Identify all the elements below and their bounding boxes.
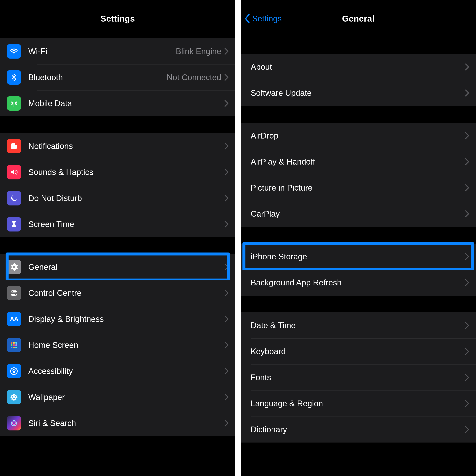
gear-icon bbox=[7, 260, 21, 274]
wifi-icon bbox=[7, 44, 21, 59]
row-carplay[interactable]: CarPlay bbox=[241, 201, 476, 227]
chevron-right-icon bbox=[224, 100, 229, 107]
chevron-right-icon bbox=[224, 221, 229, 228]
row-label: Wi-Fi bbox=[28, 47, 176, 56]
row-label: Dictionary bbox=[251, 425, 465, 434]
hourglass-icon bbox=[7, 217, 21, 232]
row-label: AirDrop bbox=[251, 131, 465, 140]
chevron-right-icon bbox=[465, 322, 469, 329]
row-label: Language & Region bbox=[251, 399, 465, 408]
moon-icon bbox=[7, 191, 21, 205]
svg-point-2 bbox=[14, 102, 15, 103]
row-dictionary[interactable]: Dictionary bbox=[241, 416, 476, 442]
svg-point-9 bbox=[15, 294, 16, 295]
svg-rect-14 bbox=[13, 344, 15, 346]
chevron-right-icon bbox=[224, 315, 229, 323]
row-label: General bbox=[28, 262, 224, 272]
row-wallpaper[interactable]: Wallpaper bbox=[0, 384, 235, 410]
row-label: About bbox=[251, 62, 465, 72]
bell-square-icon bbox=[7, 139, 21, 153]
chevron-right-icon bbox=[224, 393, 229, 401]
row-notifications[interactable]: Notifications bbox=[0, 133, 235, 159]
nav-bar-general: Settings General bbox=[241, 0, 476, 37]
row-label: Picture in Picture bbox=[251, 183, 465, 192]
row-fonts[interactable]: Fonts bbox=[241, 364, 476, 391]
svg-point-21 bbox=[13, 396, 15, 398]
svg-point-22 bbox=[13, 394, 15, 396]
chevron-right-icon bbox=[465, 158, 469, 166]
group-connectivity: Wi-Fi Blink Engine Bluetooth Not Connect… bbox=[0, 38, 235, 116]
row-label: Keyboard bbox=[251, 347, 465, 356]
grid-icon bbox=[7, 338, 21, 352]
chevron-right-icon bbox=[465, 89, 469, 97]
row-display-brightness[interactable]: AA Display & Brightness bbox=[0, 306, 235, 332]
svg-rect-17 bbox=[13, 347, 15, 348]
chevron-right-icon bbox=[465, 210, 469, 218]
row-sounds-haptics[interactable]: Sounds & Haptics bbox=[0, 159, 235, 185]
row-mobile-data[interactable]: Mobile Data bbox=[0, 90, 235, 116]
chevron-right-icon bbox=[224, 74, 229, 81]
row-label: Software Update bbox=[251, 88, 465, 98]
settings-scroll[interactable]: Wi-Fi Blink Engine Bluetooth Not Connect… bbox=[0, 37, 235, 476]
row-picture-in-picture[interactable]: Picture in Picture bbox=[241, 175, 476, 201]
row-bluetooth[interactable]: Bluetooth Not Connected bbox=[0, 64, 235, 90]
row-label: Home Screen bbox=[28, 340, 224, 350]
row-label: Control Centre bbox=[28, 289, 224, 298]
row-siri-search[interactable]: Siri & Search bbox=[0, 410, 235, 436]
chevron-right-icon bbox=[224, 420, 229, 427]
row-general[interactable]: General bbox=[0, 254, 235, 280]
svg-point-31 bbox=[13, 422, 16, 425]
row-background-app-refresh[interactable]: Background App Refresh bbox=[241, 270, 476, 296]
row-keyboard[interactable]: Keyboard bbox=[241, 339, 476, 364]
svg-point-29 bbox=[15, 398, 17, 400]
chevron-right-icon bbox=[465, 348, 469, 355]
row-label: Background App Refresh bbox=[251, 278, 465, 287]
chevron-right-icon bbox=[224, 194, 229, 202]
page-title: Settings bbox=[101, 14, 135, 24]
back-button[interactable]: Settings bbox=[244, 14, 282, 24]
row-accessibility[interactable]: Accessibility bbox=[0, 358, 235, 384]
row-wifi[interactable]: Wi-Fi Blink Engine bbox=[0, 38, 235, 64]
row-screen-time[interactable]: Screen Time bbox=[0, 211, 235, 237]
row-airdrop[interactable]: AirDrop bbox=[241, 123, 476, 149]
row-label: Mobile Data bbox=[28, 99, 224, 108]
row-do-not-disturb[interactable]: Do Not Disturb bbox=[0, 185, 235, 211]
row-about[interactable]: About bbox=[241, 54, 476, 80]
group-airdrop: AirDrop AirPlay & Handoff Picture in Pic… bbox=[241, 123, 476, 227]
flower-icon bbox=[7, 390, 21, 404]
chevron-right-icon bbox=[465, 63, 469, 71]
row-software-update[interactable]: Software Update bbox=[241, 80, 476, 106]
row-home-screen[interactable]: Home Screen bbox=[0, 332, 235, 358]
svg-point-7 bbox=[12, 291, 13, 292]
row-label: Sounds & Haptics bbox=[28, 168, 224, 177]
chevron-right-icon bbox=[465, 400, 469, 407]
chevron-right-icon bbox=[224, 48, 229, 55]
group-about: About Software Update bbox=[241, 54, 476, 106]
svg-point-24 bbox=[10, 396, 13, 398]
svg-rect-11 bbox=[13, 342, 15, 344]
svg-rect-13 bbox=[11, 344, 13, 346]
row-control-centre[interactable]: Control Centre bbox=[0, 280, 235, 306]
aa-icon: AA bbox=[7, 312, 21, 326]
chevron-right-icon bbox=[465, 184, 469, 191]
svg-point-5 bbox=[13, 266, 15, 268]
chevron-right-icon bbox=[224, 263, 229, 271]
svg-rect-12 bbox=[16, 342, 17, 344]
row-iphone-storage[interactable]: iPhone Storage bbox=[241, 244, 476, 270]
row-airplay-handoff[interactable]: AirPlay & Handoff bbox=[241, 149, 476, 175]
chevron-right-icon bbox=[465, 374, 469, 381]
row-label: Accessibility bbox=[28, 366, 224, 376]
row-value: Not Connected bbox=[167, 73, 221, 82]
speaker-icon bbox=[7, 165, 21, 179]
row-language-region[interactable]: Language & Region bbox=[241, 391, 476, 416]
chevron-right-icon bbox=[224, 169, 229, 176]
row-label: Do Not Disturb bbox=[28, 194, 224, 203]
siri-icon bbox=[7, 416, 21, 430]
svg-point-28 bbox=[11, 398, 13, 400]
row-label: Siri & Search bbox=[28, 419, 224, 428]
general-scroll[interactable]: About Software Update AirDrop AirPlay & bbox=[241, 37, 476, 476]
canvas: Settings Wi-Fi Blink Engine bbox=[0, 0, 476, 476]
chevron-right-icon bbox=[224, 289, 229, 297]
row-date-time[interactable]: Date & Time bbox=[241, 312, 476, 339]
page-title: General bbox=[342, 14, 375, 24]
